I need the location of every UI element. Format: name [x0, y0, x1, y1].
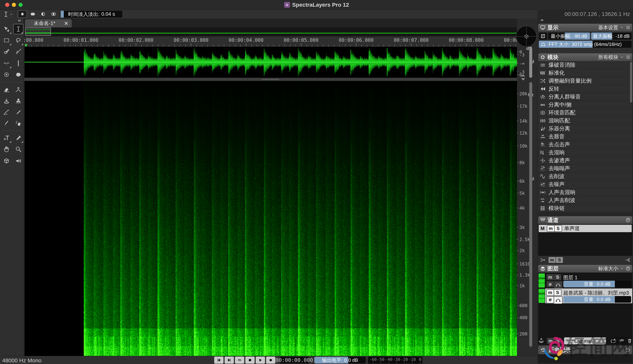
tool-flood-select[interactable] [1, 70, 12, 80]
tool-playback[interactable] [13, 156, 24, 166]
tool-pencil[interactable] [1, 118, 12, 129]
tool-lasso-select[interactable] [13, 35, 24, 46]
min-amplitude-slider[interactable]: 最小振幅: -90 dB [548, 32, 590, 40]
scale-up-arrow[interactable] [521, 74, 525, 76]
panel-menu-icon[interactable] [625, 55, 630, 60]
module-item-8[interactable]: 混响匹配 [538, 117, 632, 124]
layers-size-preset[interactable]: 标准大小 [598, 265, 618, 272]
module-item-5[interactable]: 分离人群噪音 [538, 93, 632, 100]
tool-time-select[interactable] [13, 24, 24, 34]
layers-solo-all-button[interactable]: S [554, 338, 561, 344]
history-panel-header[interactable]: 历史记录 [538, 346, 632, 354]
channels-panel-header[interactable]: 通道 [538, 216, 632, 224]
panel-menu-icon[interactable] [625, 25, 630, 30]
layer-volume-slider[interactable]: 音量:0.0 dB [563, 281, 631, 287]
spec-scrollbar-thumb[interactable] [529, 82, 532, 346]
selection-mode-add-button[interactable] [28, 10, 38, 18]
selection-mode-intersect-button[interactable] [49, 10, 58, 18]
chevron-down-icon[interactable] [620, 267, 624, 270]
module-item-18[interactable]: 人声去削波 [538, 196, 632, 204]
tab-close-icon[interactable]: ✕ [64, 20, 68, 26]
split-channels-icon[interactable] [625, 257, 630, 262]
amplitude-contrast-icon[interactable] [539, 32, 547, 40]
channel-solo-button[interactable]: S [554, 226, 562, 232]
play-button[interactable] [256, 356, 265, 364]
tool-area-select[interactable] [13, 70, 24, 80]
spectrogram-canvas[interactable] [25, 81, 517, 356]
layers-panel-header[interactable]: 图层 标准大小 [538, 265, 632, 272]
wave-scale-scrollbar[interactable] [529, 47, 532, 78]
3d-navigation-ball[interactable] [516, 26, 537, 47]
display-panel-header[interactable]: 显示 基本设置 [538, 24, 632, 32]
loop-button[interactable] [235, 356, 244, 364]
layer-link-icon[interactable] [554, 296, 562, 304]
layer-solo-button[interactable]: S [554, 274, 561, 280]
module-item-9[interactable]: 乐器分离 [538, 125, 632, 132]
layer-link-icon[interactable] [554, 281, 562, 288]
tool-brush[interactable] [13, 107, 24, 118]
tool-selection-brush[interactable] [1, 46, 12, 57]
delete-layer-icon[interactable] [627, 338, 632, 344]
current-tool-icon[interactable] [3, 11, 9, 18]
tool-dropdown-caret-icon[interactable] [10, 13, 13, 16]
module-item-6[interactable]: M/S分离中/侧 [538, 101, 632, 108]
tool-hand[interactable] [1, 144, 12, 154]
layer-phase-button[interactable]: ø [547, 281, 554, 287]
tool-clone-stamp[interactable] [13, 96, 24, 106]
module-item-19[interactable]: 模块链 [538, 204, 632, 212]
tool-harmonic-select[interactable] [13, 58, 24, 68]
overview-navigator[interactable] [24, 28, 517, 36]
divider-handle[interactable] [262, 79, 279, 80]
go-to-start-button[interactable] [214, 356, 223, 364]
new-group-icon[interactable] [610, 338, 616, 344]
module-item-17[interactable]: 人声去混响 [538, 188, 632, 196]
channel-row-mono[interactable]: M m S 单声道 [539, 225, 632, 232]
layer-mute-button[interactable]: m [547, 274, 554, 280]
fft-size-slider[interactable]: FFT 大小: 3072 smp (64ms/16Hz) [539, 41, 631, 48]
output-level-slider[interactable]: 输出电平: 0.0 dB [314, 357, 366, 364]
go-to-end-button[interactable] [225, 356, 234, 364]
tool-attenuate[interactable] [1, 96, 12, 106]
layer-mute-button[interactable]: m [547, 290, 554, 296]
collapse-left-icon[interactable] [17, 19, 22, 22]
chevron-down-icon[interactable] [620, 26, 624, 30]
layer-row-2[interactable]: mS超兽武装 - 陈洁丽、刘罡.mp3ø音量:0.0 dB [538, 288, 632, 303]
chevron-down-icon[interactable] [620, 55, 624, 59]
module-item-16[interactable]: 去噪声 [538, 180, 632, 188]
module-item-11[interactable]: 去点击声 [538, 141, 632, 148]
selection-mode-subtract-button[interactable] [39, 10, 48, 18]
flatten-layers-icon[interactable] [538, 338, 544, 344]
layer-thumbnail[interactable] [538, 289, 545, 303]
help-icon[interactable] [625, 266, 630, 271]
time-fade-field[interactable]: 时间淡入淡出: 0.04 s [61, 11, 122, 18]
spectrogram-panel[interactable] [24, 81, 517, 356]
layer-solo-button[interactable]: S [554, 290, 561, 296]
document-tab[interactable]: 未命名-1* ✕ [25, 19, 72, 28]
module-item-12[interactable]: 去混响 [538, 149, 632, 156]
stop-button[interactable] [245, 356, 255, 364]
tool-rectangle-select[interactable] [1, 35, 12, 46]
tool-picker[interactable] [13, 133, 24, 143]
time-ruler[interactable]: 00:00:00.00000:00:01.00000:00:02.00000:0… [24, 36, 517, 47]
tool-view-3d[interactable] [1, 156, 12, 166]
layer-preset-combo[interactable]: Laguna [564, 337, 606, 344]
scale-down-arrow[interactable] [521, 78, 525, 80]
help-icon[interactable] [625, 218, 630, 222]
module-item-14[interactable]: 去嗡嗡声 [538, 164, 632, 172]
help-icon[interactable] [625, 348, 630, 352]
wave-spectrogram-divider[interactable] [24, 78, 517, 81]
display-preset[interactable]: 基本设置 [598, 24, 618, 31]
module-item-7[interactable]: 环境音匹配 [538, 109, 632, 116]
waveform-canvas[interactable] [25, 47, 517, 78]
layer-volume-slider[interactable]: 音量:0.0 dB [563, 296, 631, 303]
module-item-2[interactable]: 标准化 [538, 69, 632, 77]
modules-preset[interactable]: 所有模块 [598, 54, 618, 60]
module-item-1[interactable]: 爆破音消除 [538, 61, 632, 69]
tool-zoom[interactable] [13, 144, 24, 154]
modules-panel-header[interactable]: 模块 所有模块 [538, 53, 632, 61]
tool-move[interactable] [1, 24, 12, 34]
record-button[interactable] [266, 356, 275, 364]
layer-thumbnail[interactable] [538, 274, 545, 288]
tool-eraser[interactable] [1, 84, 12, 95]
tool-amplify[interactable] [13, 84, 24, 95]
